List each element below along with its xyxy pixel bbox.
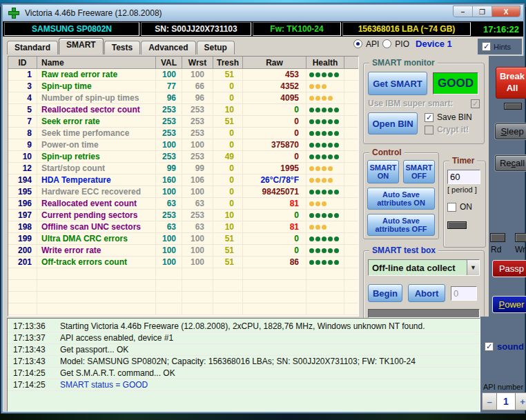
auto-save-attributes-on-button[interactable]: Auto Save attributes ON (367, 188, 435, 210)
smart-attribute-row[interactable]: 200Write error rate100100510 (8, 245, 358, 257)
smart-attribute-row[interactable]: 8Seek time perfomance25325300 (8, 128, 358, 139)
health-dot-icon (334, 213, 339, 218)
timer-period-input[interactable] (447, 170, 480, 184)
begin-test-button[interactable]: Begin (368, 284, 402, 302)
api-radio-label: API (366, 39, 379, 49)
health-dot-icon (334, 190, 339, 194)
smart-attribute-row[interactable]: 196Reallocated event count6363081 (8, 198, 358, 210)
spinner-decrement-button[interactable]: – (482, 392, 497, 410)
smart-attribute-row[interactable]: 10Spin-up retries253253490 (8, 151, 358, 163)
health-dot-icon (322, 96, 327, 101)
drive-model: SAMSUNG SP0802N (4, 22, 139, 36)
smart-attribute-row[interactable]: 201Off-track errors count1001005186 (8, 257, 358, 268)
maximize-button[interactable]: ❐ (473, 6, 492, 17)
health-dot-icon (315, 96, 320, 101)
smart-on-button[interactable]: SMART ON (367, 160, 399, 183)
smart-off-button[interactable]: SMART OFF (403, 160, 435, 183)
log-entry-time: 17:14:25 (8, 380, 50, 390)
write-activity-indicator (515, 233, 526, 242)
health-dot-icon (328, 154, 333, 159)
tab-tests[interactable]: Tests (104, 41, 140, 54)
abort-test-button[interactable]: Abort (408, 284, 445, 302)
health-dot-icon (334, 248, 339, 253)
power-button[interactable]: Power (492, 296, 526, 313)
health-dot-icon (309, 260, 314, 265)
close-button[interactable]: X (492, 6, 520, 17)
sleep-button[interactable]: Sleep (495, 123, 526, 139)
health-dot-icon (328, 166, 333, 171)
save-bin-checkbox[interactable]: ✓ (425, 113, 434, 122)
health-dot-icon (315, 143, 320, 148)
recall-button[interactable]: Recall (495, 155, 526, 171)
health-dot-icon (334, 154, 339, 159)
spinner-increment-button[interactable]: + (515, 392, 526, 410)
smart-attribute-row[interactable]: 3Spin-up time776604352 (8, 81, 358, 92)
tab-smart[interactable]: SMART (59, 38, 104, 54)
tab-setup[interactable]: Setup (197, 41, 235, 54)
health-dot-icon (309, 96, 314, 101)
pio-radio[interactable] (382, 39, 391, 48)
dropdown-arrow-icon[interactable]: ▼ (467, 260, 479, 275)
empty-table-row (8, 268, 358, 280)
window-controls: – ❐ X (453, 6, 520, 17)
health-dots (306, 69, 344, 80)
health-dot-icon (309, 131, 314, 136)
smart-attribute-row[interactable]: 194HDA Temperature160106026°C/78°F (8, 174, 358, 186)
smart-attribute-row[interactable]: 197Current pending sectors253253100 (8, 210, 358, 221)
break-all-button[interactable]: Break All (496, 67, 526, 99)
smart-attribute-row[interactable]: 4Number of spin-up times969604095 (8, 92, 358, 104)
health-dot-icon (322, 166, 327, 171)
sound-checkbox[interactable]: ✓ (485, 342, 494, 351)
log-entry: 17:14:25SMART status = GOOD (8, 379, 480, 391)
log-entry: 17:13:43Get passport... OK (8, 344, 480, 356)
log-entry-time: 17:14:25 (8, 368, 50, 378)
health-dots (306, 257, 344, 268)
log-entry: 17:13:37API access enabled, device #1 (8, 332, 480, 344)
health-dot-icon (328, 108, 333, 112)
sleep-label: Sleep (500, 126, 523, 137)
health-dot-icon (328, 143, 333, 148)
health-dot-icon (309, 143, 314, 148)
log-entry-text: Model: SAMSUNG SP0802N; Capacity: 156368… (50, 357, 416, 366)
smart-attribute-row[interactable]: 199Ultra DMA CRC errors100100510 (8, 233, 358, 245)
api-number-spinner: – 1 + (482, 392, 526, 410)
save-bin-label: Save BIN (437, 112, 472, 122)
test-select-dropdown[interactable]: Off-line data collect ▼ (368, 259, 480, 276)
smart-attribute-row[interactable]: 198Offline scan UNC sectors63631081 (8, 221, 358, 233)
timer-group-label: Timer (449, 156, 477, 166)
log-entry: 17:14:25Get S.M.A.R.T. command... OK (8, 368, 480, 379)
smart-attribute-row[interactable]: 7Seek error rate253253510 (8, 116, 358, 128)
smart-attribute-row[interactable]: 1Raw read error rate10010051453 (8, 69, 358, 81)
auto-save-attributes-off-button[interactable]: Auto Save attributes OFF (367, 214, 435, 236)
smart-attribute-row[interactable]: 195Hardware ECC recovered100100098425071 (8, 186, 358, 198)
health-dot-icon (322, 213, 327, 218)
health-dot-icon (328, 260, 333, 265)
log-entry-text: Starting Victoria 4.46b Freeware (12.08.… (50, 321, 425, 331)
tab-standard[interactable]: Standard (7, 41, 58, 54)
open-bin-button[interactable]: Open BIN (368, 112, 418, 134)
smart-attribute-row[interactable]: 12Start/stop count999901995 (8, 163, 358, 174)
health-dot-icon (334, 108, 339, 112)
health-dot-icon (315, 248, 320, 253)
drive-serial: SN: S00JJ20X731103 (141, 22, 251, 36)
health-dot-icon (309, 108, 314, 112)
empty-table-row (8, 280, 358, 292)
minimize-button[interactable]: – (454, 6, 473, 17)
smart-attribute-row[interactable]: 9Power-on time1001000375870 (8, 139, 358, 151)
api-radio[interactable] (353, 39, 362, 48)
smart-attribute-row[interactable]: 5Reallocated sector count253253100 (8, 104, 358, 116)
timer-on-checkbox[interactable] (447, 203, 456, 212)
title-bar[interactable]: Victoria 4.46b Freeware (12.08.2008) – ❐… (3, 5, 523, 21)
get-smart-button[interactable]: Get SMART (368, 72, 427, 95)
header-health: Health (306, 57, 344, 68)
health-dots (306, 221, 344, 232)
hints-checkbox[interactable]: ✓ (482, 42, 491, 51)
health-dot-icon (309, 154, 314, 159)
tab-advanced[interactable]: Advanced (141, 41, 195, 54)
passp-button[interactable]: Passp (492, 260, 526, 277)
health-dot-icon (315, 178, 320, 183)
smart-attributes-table: ID Name VAL Wrst Tresh Raw Health 1Raw r… (8, 56, 359, 317)
log-entry-time: 17:13:37 (8, 333, 50, 343)
header-val: VAL (156, 57, 182, 68)
busy-indicator (504, 103, 522, 110)
